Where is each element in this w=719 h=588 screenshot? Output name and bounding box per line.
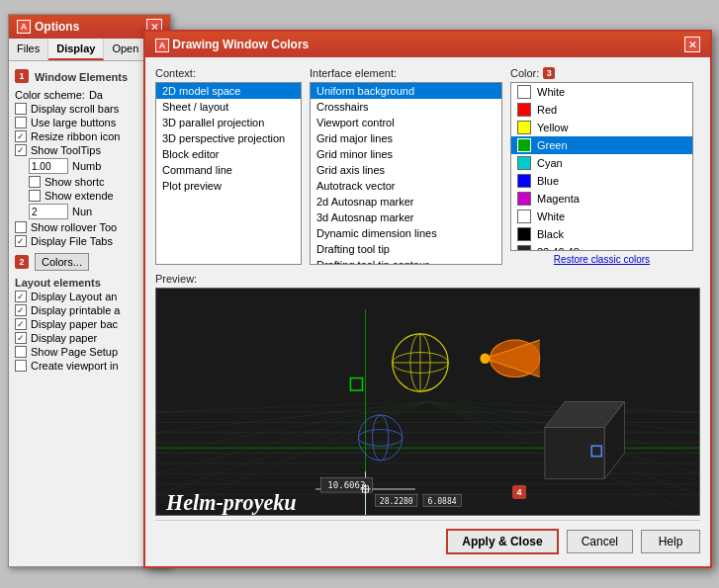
label-layout-an: Display Layout an <box>31 291 117 302</box>
cancel-button[interactable]: Cancel <box>567 530 633 553</box>
svg-text:6.0884: 6.0884 <box>428 495 457 505</box>
label-printable: Display printable a <box>31 304 121 316</box>
layout-elements-label: Layout elements <box>15 277 164 289</box>
interface-list: Uniform background Crosshairs Viewport c… <box>310 82 502 265</box>
color-item-black[interactable]: Black <box>511 225 692 243</box>
number-label-1: Numb <box>72 160 101 172</box>
preview-area: [+][Top][X-ray] <box>155 288 700 516</box>
context-list: 2D model space Sheet / layout 3D paralle… <box>155 82 302 265</box>
context-item-block[interactable]: Block editor <box>156 146 301 162</box>
tab-files[interactable]: Files <box>9 39 48 60</box>
interface-item-draft-tip[interactable]: Drafting tool tip <box>311 241 501 257</box>
colors-button[interactable]: Colors... <box>35 253 89 271</box>
interface-item-dynamic[interactable]: Dynamic dimension lines <box>311 225 501 241</box>
restore-colors-link[interactable]: Restore classic colors <box>510 254 693 265</box>
interface-panel: Interface element: Uniform background Cr… <box>310 67 502 265</box>
white-swatch <box>517 210 531 223</box>
interface-item-autotrack[interactable]: Autotrack vector <box>311 178 501 194</box>
badge-4: 4 <box>512 485 526 499</box>
checkbox-large-buttons[interactable] <box>15 117 27 128</box>
color-label: Color: <box>510 67 539 79</box>
label-file-tabs: Display File Tabs <box>31 235 113 247</box>
interface-item-background[interactable]: Uniform background <box>311 83 501 99</box>
red-label: Red <box>537 104 557 116</box>
color-item-red[interactable]: Red <box>511 101 692 119</box>
context-panel: Context: 2D model space Sheet / layout 3… <box>155 67 302 265</box>
magenta-swatch <box>517 192 531 206</box>
custom-swatch <box>517 245 531 251</box>
interface-item-3d-snap[interactable]: 3d Autosnap marker <box>311 210 501 225</box>
checkbox-file-tabs[interactable] <box>15 235 27 247</box>
interface-item-viewport[interactable]: Viewport control <box>311 115 501 130</box>
svg-marker-39 <box>545 428 604 479</box>
color-item-magenta[interactable]: Magenta <box>511 190 692 208</box>
options-title: Options <box>35 20 79 34</box>
interface-item-grid-major[interactable]: Grid major lines <box>311 130 501 146</box>
tab-display[interactable]: Display <box>48 39 104 60</box>
interface-item-crosshairs[interactable]: Crosshairs <box>311 99 501 115</box>
context-item-3d-perspective[interactable]: 3D perspective projection <box>156 130 301 146</box>
svg-point-34 <box>480 354 490 364</box>
context-item-plot[interactable]: Plot preview <box>156 178 301 194</box>
color-item-green[interactable]: Green <box>511 136 692 154</box>
checkbox-rollover[interactable] <box>15 221 27 233</box>
yellow-label: Yellow <box>537 122 568 133</box>
preview-svg: 10.6063 28.2280 6.0884 Helm-proyeku <box>156 289 699 515</box>
help-button[interactable]: Help <box>641 530 700 553</box>
apply-close-button[interactable]: Apply & Close <box>446 529 558 554</box>
color-scheme-value: Da <box>89 89 103 101</box>
label-paper: Display paper <box>31 332 97 344</box>
color-item-blue[interactable]: Blue <box>511 172 692 190</box>
context-item-command[interactable]: Command line <box>156 162 301 178</box>
white-label: White <box>537 210 565 222</box>
checkbox-printable[interactable] <box>15 304 27 316</box>
interface-label: Interface element: <box>310 67 502 79</box>
checkbox-extended[interactable] <box>29 190 41 202</box>
checkbox-layout-an[interactable] <box>15 291 27 302</box>
checkbox-paper[interactable] <box>15 332 27 344</box>
checkbox-shortcuts[interactable] <box>29 176 41 188</box>
autodesk-icon: A <box>17 20 31 34</box>
number-input-1[interactable]: 1.00 <box>29 158 68 174</box>
blue-swatch <box>517 174 531 188</box>
svg-text:Helm-proyeku: Helm-proyeku <box>165 489 297 514</box>
color-item-custom[interactable]: 33,40,48 <box>511 243 692 251</box>
preview-label: Preview: <box>155 273 700 285</box>
dwc-close-button[interactable]: ✕ <box>684 37 700 52</box>
checkbox-page-setup[interactable] <box>15 346 27 358</box>
dwc-title: Drawing Window Colors <box>172 38 309 51</box>
label-paper-bac: Display paper bac <box>31 318 118 330</box>
context-label: Context: <box>155 67 302 79</box>
color-item-white-top[interactable]: White <box>511 83 692 101</box>
checkbox-tooltips[interactable] <box>15 144 27 156</box>
label-resize-ribbon: Resize ribbon icon <box>31 130 121 142</box>
number-label-2: Nun <box>72 206 92 217</box>
interface-item-grid-minor[interactable]: Grid minor lines <box>311 146 501 162</box>
window-elements-label: Window Elements <box>35 71 128 83</box>
checkbox-resize-ribbon[interactable] <box>15 130 27 142</box>
checkbox-scrollbars[interactable] <box>15 103 27 115</box>
context-item-sheet[interactable]: Sheet / layout <box>156 99 301 115</box>
interface-item-grid-axis[interactable]: Grid axis lines <box>311 162 501 178</box>
label-page-setup: Show Page Setup <box>31 346 118 358</box>
color-item-cyan[interactable]: Cyan <box>511 154 692 172</box>
color-list: White Red Yellow Green <box>510 82 693 251</box>
context-item-2d[interactable]: 2D model space <box>156 83 301 99</box>
cyan-label: Cyan <box>537 157 563 169</box>
color-item-white[interactable]: White <box>511 208 692 225</box>
context-item-3d-parallel[interactable]: 3D parallel projection <box>156 115 301 130</box>
label-viewport: Create viewport in <box>31 360 119 372</box>
dialog-footer: Apply & Close Cancel Help <box>155 520 700 554</box>
interface-item-draft-contour[interactable]: Drafting tool tip contour <box>311 257 501 265</box>
white-label-top: White <box>537 86 565 98</box>
magenta-label: Magenta <box>537 193 580 205</box>
tab-open[interactable]: Open <box>104 39 147 60</box>
svg-text:10.6063: 10.6063 <box>327 479 365 490</box>
color-item-yellow[interactable]: Yellow <box>511 119 692 136</box>
interface-item-2d-snap[interactable]: 2d Autosnap marker <box>311 194 501 210</box>
black-swatch <box>517 227 531 241</box>
checkbox-viewport[interactable] <box>15 360 27 372</box>
checkbox-paper-bac[interactable] <box>15 318 27 330</box>
label-large-buttons: Use large buttons <box>31 117 116 128</box>
number-input-2[interactable] <box>29 204 68 219</box>
